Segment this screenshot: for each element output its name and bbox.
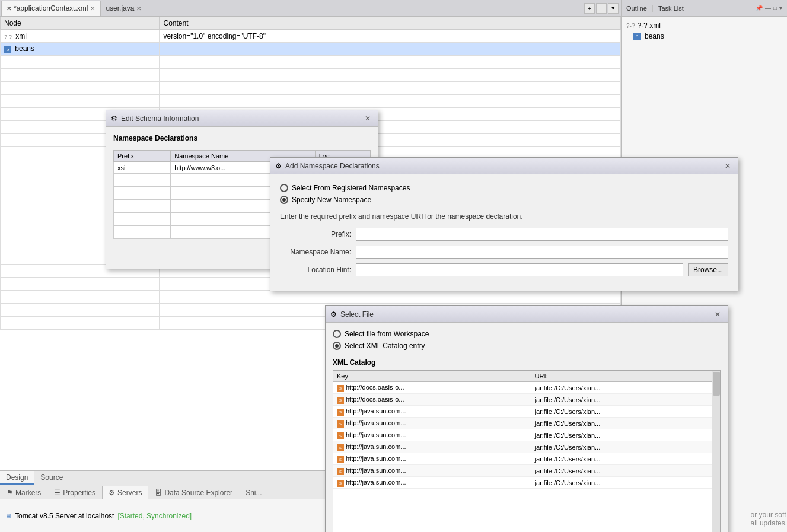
col-content: Content (160, 17, 621, 30)
ns-name-input[interactable] (356, 246, 728, 259)
catalog-key-cell: shttp://java.sun.com... (333, 453, 531, 465)
catalog-key-cell: shttp://docs.oasis-o... (333, 394, 531, 406)
catalog-icon: s (337, 444, 344, 451)
catalog-icon: s (337, 468, 344, 475)
outline-item-beans[interactable]: b beans (624, 31, 785, 42)
collapse-btn[interactable]: - (596, 3, 607, 14)
server-status: [Started, Synchronized] (117, 512, 192, 520)
node-cell: ?-? xml (1, 30, 160, 43)
catalog-key-cell: shttp://java.sun.com... (333, 406, 531, 418)
location-label: Location Hint: (280, 266, 351, 274)
add-ns-description: Enter the required prefix and namespace … (280, 212, 728, 221)
catalog-uri-cell: jar:file:/C:/Users/xian... (531, 382, 720, 394)
outline-body: ?-? ?-? xml b beans (622, 17, 787, 45)
select-file-close[interactable]: ✕ (712, 309, 723, 320)
location-row: Location Hint: Browse... (280, 263, 728, 276)
catalog-uri-cell: jar:file:/C:/Users/xian... (531, 418, 720, 429)
outline-header: Outline | Task List 📌 — □ ▾ (622, 0, 787, 17)
markers-icon: ⚑ (7, 489, 13, 497)
more-btn[interactable]: ▾ (608, 3, 619, 14)
expand-btn[interactable]: + (584, 3, 595, 14)
content-cell: version="1.0" encoding="UTF-8" (160, 30, 621, 43)
tab-label: *applicationContext.xml (14, 4, 88, 12)
catalog-uri-cell: jar:file:/C:/Users/xian... (531, 429, 720, 441)
table-row[interactable]: b beans (1, 43, 621, 56)
catalog-table-container[interactable]: Key URI: shttp://docs.oasis-o... jar:fil… (333, 370, 721, 532)
edit-schema-close[interactable]: ✕ (362, 113, 373, 124)
tab-close-btn[interactable]: ✕ (136, 5, 141, 12)
tab-markers[interactable]: ⚑ Markers (0, 486, 47, 499)
scrollbar[interactable] (712, 371, 720, 532)
catalog-key-cell: shttp://docs.oasis-o... (333, 382, 531, 394)
tab-user-java[interactable]: user.java ✕ (100, 1, 146, 16)
catalog-row[interactable]: shttp://java.sun.com... jar:file:/C:/Use… (333, 453, 720, 465)
outline-max-btn[interactable]: □ (773, 5, 777, 11)
table-row[interactable]: ?-? xml version="1.0" encoding="UTF-8" (1, 30, 621, 43)
catalog-row[interactable]: shttp://java.sun.com... jar:file:/C:/Use… (333, 465, 720, 477)
catalog-row[interactable]: shttp://docs.oasis-o... jar:file:/C:/Use… (333, 382, 720, 394)
scrollbar-handle (713, 372, 720, 396)
xml-node-icon: ?-? (4, 34, 12, 40)
datasource-icon: 🗄 (155, 489, 162, 497)
select-file-icon: ⚙ (330, 310, 337, 318)
tab-close-btn[interactable]: ✕ (90, 5, 95, 12)
catalog-key-cell: shttp://java.sun.com... (333, 429, 531, 441)
tab-properties[interactable]: ☰ Properties (47, 486, 102, 499)
add-ns-close[interactable]: ✕ (722, 161, 733, 171)
radio-workspace-label: Select file from Workspace (345, 330, 429, 338)
tab-design[interactable]: Design (0, 471, 34, 485)
edit-schema-icon: ⚙ (111, 114, 117, 123)
catalog-col-uri: URI: (531, 371, 720, 382)
outline-beans-label: beans (645, 32, 664, 40)
location-input[interactable] (356, 263, 683, 276)
task-list-title: Task List (658, 5, 684, 12)
select-file-title: Select File (340, 310, 709, 318)
browse-btn[interactable]: Browse... (688, 263, 728, 276)
ns-prefix: xsi (114, 162, 171, 174)
catalog-row[interactable]: shttp://java.sun.com... jar:file:/C:/Use… (333, 429, 720, 441)
tab-source[interactable]: Source (34, 471, 69, 485)
edit-schema-title: Edit Schema Information (121, 114, 359, 123)
select-file-dialog: ⚙ Select File ✕ Select file from Workspa… (325, 305, 728, 532)
content-cell (160, 43, 621, 56)
outline-min-btn[interactable]: — (765, 5, 771, 11)
table-row (1, 56, 621, 69)
radio-catalog-label: Select XML Catalog entry (345, 342, 425, 350)
catalog-row[interactable]: shttp://java.sun.com... jar:file:/C:/Use… (333, 441, 720, 453)
prefix-input[interactable] (356, 228, 728, 241)
catalog-row[interactable]: shttp://java.sun.com... jar:file:/C:/Use… (333, 418, 720, 429)
tab-data-source[interactable]: 🗄 Data Source Explorer (148, 486, 239, 499)
ns-name-row: Namespace Name: (280, 246, 728, 259)
outline-beans-icon: b (633, 33, 641, 40)
node-cell: b beans (1, 43, 160, 56)
node-label: xml (15, 32, 27, 40)
tab-servers[interactable]: ⚙ Servers (102, 486, 148, 499)
update-text: or your soft all updates. (751, 511, 787, 527)
radio-specify-circle (280, 196, 288, 204)
prefix-row: Prefix: (280, 228, 728, 241)
catalog-row[interactable]: shttp://java.sun.com... jar:file:/C:/Use… (333, 406, 720, 418)
outline-pin-btn[interactable]: 📌 (756, 5, 763, 11)
tab-label: user.java (106, 4, 134, 12)
ns-name-label: Namespace Name: (280, 248, 351, 256)
outline-close-btn[interactable]: ▾ (779, 5, 782, 11)
radio-xml-catalog[interactable]: Select XML Catalog entry (333, 342, 721, 350)
xml-icon: ✕ (7, 5, 11, 12)
outline-title: Outline (626, 5, 647, 12)
catalog-uri-cell: jar:file:/C:/Users/xian... (531, 394, 720, 406)
server-icon: 🖥 (5, 512, 11, 520)
select-file-radio-group: Select file from Workspace Select XML Ca… (333, 330, 721, 350)
catalog-row[interactable]: shttp://java.sun.com... jar:file:/C:/Use… (333, 477, 720, 489)
tab-application-context[interactable]: ✕ *applicationContext.xml ✕ (1, 1, 100, 16)
radio-registered[interactable]: Select From Registered Namespaces (280, 184, 728, 192)
tab-sni[interactable]: Sni... (239, 486, 268, 499)
catalog-table: Key URI: shttp://docs.oasis-o... jar:fil… (333, 371, 720, 489)
radio-workspace[interactable]: Select file from Workspace (333, 330, 721, 338)
radio-specify-label: Specify New Namespace (292, 196, 371, 204)
radio-specify-new[interactable]: Specify New Namespace (280, 196, 728, 204)
catalog-uri-cell: jar:file:/C:/Users/xian... (531, 465, 720, 477)
radio-group: Select From Registered Namespaces Specif… (280, 184, 728, 204)
outline-item-xml[interactable]: ?-? ?-? xml (624, 20, 785, 31)
catalog-key-cell: shttp://java.sun.com... (333, 465, 531, 477)
catalog-row[interactable]: shttp://docs.oasis-o... jar:file:/C:/Use… (333, 394, 720, 406)
